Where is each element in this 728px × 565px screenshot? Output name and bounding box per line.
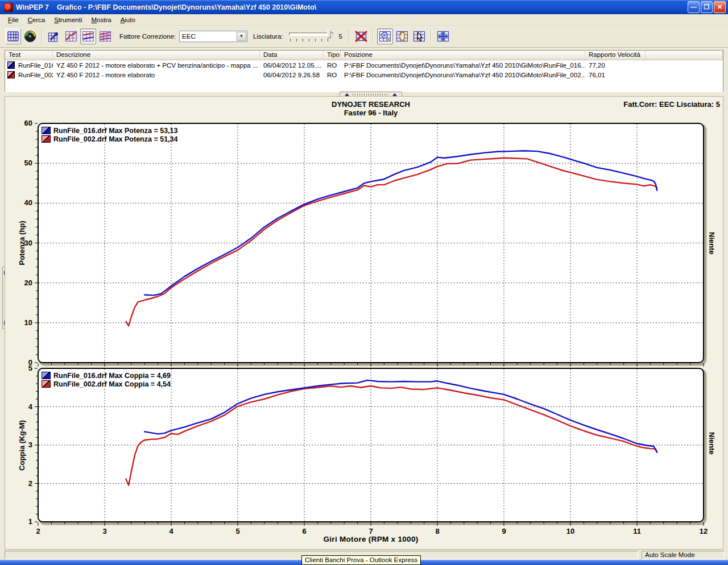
run-file-name: RunFile_016.drf	[18, 62, 53, 69]
toolbar-separator	[431, 29, 432, 44]
chart-subtitle: Faster 96 - Italy	[300, 109, 442, 117]
legend-label: RunFile_016.drf Max Coppia = 4,69	[53, 372, 171, 380]
torque-y-tick-label: 5	[14, 364, 32, 372]
run-table: Test Descrizione Data Tipo Posizione Rap…	[5, 50, 723, 92]
pan-graph-icon	[395, 30, 409, 43]
toolbar: Fattore Correzione: EEC ▼ Lisciatura: 5	[0, 26, 728, 48]
graph-overlay-icon	[82, 30, 94, 43]
col-header-rapporto-velocita[interactable]: Rapporto Velocità	[585, 51, 646, 60]
graph-export-icon	[48, 30, 60, 43]
toolbar-separator	[349, 29, 350, 44]
power-y-tick-label: 50	[14, 159, 32, 167]
graph-single-button[interactable]	[63, 28, 79, 44]
close-button[interactable]: ✕	[714, 1, 726, 13]
chart-correction-info: Fatt.Corr: EEC Lisciatura: 5	[549, 100, 720, 109]
x-tick-label: 9	[495, 527, 512, 535]
col-header-posizione[interactable]: Posizione	[341, 51, 585, 60]
toolbar-separator	[373, 29, 374, 44]
run-color-swatch	[7, 61, 15, 69]
legend-swatch-red	[42, 380, 51, 388]
delete-graph-icon	[354, 30, 368, 43]
graph-overlay-button[interactable]	[80, 28, 96, 44]
x-tick-label: 11	[628, 527, 646, 535]
autoscale-graph-icon	[436, 30, 450, 43]
run-table-header: Test Descrizione Data Tipo Posizione Rap…	[5, 51, 723, 60]
table-view-icon	[7, 31, 19, 42]
x-tick-label: 3	[96, 527, 113, 535]
power-y-tick-label: 20	[14, 279, 32, 287]
toolbar-separator	[42, 29, 43, 44]
pointer-graph-icon	[412, 30, 426, 43]
chart-panel	[5, 96, 723, 550]
minimize-button[interactable]: —	[688, 1, 700, 13]
window-title: WinPEP 7 Grafico - P:\FBF Documents\Dyno…	[16, 3, 316, 11]
winpep-window: WinPEP 7 Grafico - P:\FBF Documents\Dyno…	[0, 0, 728, 565]
run-color-swatch	[7, 71, 15, 78]
x-tick-label: 4	[163, 527, 180, 535]
collapse-up-icon[interactable]	[392, 93, 397, 96]
power-y-tick-label: 40	[14, 198, 32, 207]
x-tick-label: 10	[562, 527, 579, 535]
torque-right-label: Niente	[708, 432, 716, 455]
x-tick-label: 7	[362, 527, 379, 535]
menu-strumenti[interactable]: Strumenti	[49, 15, 86, 24]
run-posizione: P:\FBF Documents\Dynojet\Dynoruns\Yamaha…	[341, 72, 585, 78]
x-axis-label: Giri Motore (RPM x 1000)	[229, 535, 513, 543]
graph-multi-button[interactable]	[97, 28, 113, 44]
power-right-label: Niente	[708, 232, 716, 255]
col-header-tipo[interactable]: Tipo	[324, 51, 341, 60]
run-rapporto: 76,01	[585, 72, 646, 78]
power-y-tick-label: 60	[14, 119, 32, 127]
maximize-button[interactable]: ❐	[701, 1, 713, 13]
smoothing-slider[interactable]	[289, 30, 333, 43]
table-view-button[interactable]	[5, 28, 21, 44]
run-date: 06/04/2012 9.26.58	[260, 72, 324, 78]
menu-bar: File Cerca Strumenti Mostra Aiuto	[0, 14, 728, 26]
x-tick-label: 12	[695, 527, 712, 535]
legend-label: RunFile_016.drf Max Potenza = 53,13	[53, 127, 178, 135]
slider-thumb[interactable]	[327, 30, 331, 38]
zoom-graph-button[interactable]	[377, 28, 393, 44]
menu-cerca[interactable]: Cerca	[23, 15, 50, 24]
menu-mostra[interactable]: Mostra	[86, 15, 115, 24]
graph-multi-icon	[99, 30, 111, 43]
smoothing-label: Lisciatura:	[253, 33, 283, 40]
col-header-descrizione[interactable]: Descrizione	[53, 51, 260, 60]
x-tick-label: 6	[296, 527, 313, 535]
correction-combobox[interactable]: EEC ▼	[179, 31, 247, 42]
table-row[interactable]: RunFile_002.drf YZ 450 F 2012 - motore e…	[5, 70, 723, 80]
status-panel-mode: Auto Scale Mode	[642, 551, 725, 559]
power-y-tick-label: 10	[14, 318, 32, 327]
zoom-graph-icon	[378, 30, 392, 43]
correction-value: EEC	[180, 33, 237, 40]
gauge-view-button[interactable]	[22, 28, 38, 44]
table-row[interactable]: RunFile_016.drf YZ 450 F 2012 - motore e…	[5, 60, 723, 70]
run-rapporto: 77,20	[585, 62, 646, 69]
menu-aiuto[interactable]: Aiuto	[116, 15, 140, 24]
collapse-up-icon[interactable]	[345, 93, 349, 96]
autoscale-graph-button[interactable]	[435, 28, 451, 44]
x-tick-label: 8	[429, 527, 446, 535]
gauge-view-icon	[24, 30, 36, 43]
correction-label: Fattore Correzione:	[119, 33, 176, 40]
graph-export-button[interactable]	[46, 28, 62, 44]
pan-graph-button[interactable]	[394, 28, 410, 44]
legend-label: RunFile_002.drf Max Potenza = 51,34	[53, 135, 178, 143]
title-bar[interactable]: WinPEP 7 Grafico - P:\FBF Documents\Dyno…	[0, 0, 728, 14]
col-header-test[interactable]: Test	[5, 51, 53, 60]
col-header-data[interactable]: Data	[260, 51, 324, 60]
pointer-graph-button[interactable]	[411, 28, 427, 44]
menu-file[interactable]: File	[3, 15, 23, 24]
chevron-down-icon[interactable]: ▼	[237, 32, 246, 41]
delete-graph-button[interactable]	[353, 28, 369, 44]
x-tick-label: 5	[229, 527, 246, 535]
legend-swatch-red	[42, 135, 51, 143]
run-description: YZ 450 F 2012 - motore elaborato	[53, 72, 260, 78]
run-file-name: RunFile_002.drf	[18, 72, 53, 78]
legend-label: RunFile_002.drf Max Coppia = 4,54	[53, 380, 171, 388]
torque-y-tick-label: 2	[14, 479, 32, 488]
power-legend: RunFile_016.drf Max Potenza = 53,13 RunF…	[42, 126, 178, 143]
col-header-filler	[646, 51, 723, 60]
run-tipo: RO	[324, 72, 341, 78]
torque-y-tick-label: 3	[14, 441, 32, 449]
